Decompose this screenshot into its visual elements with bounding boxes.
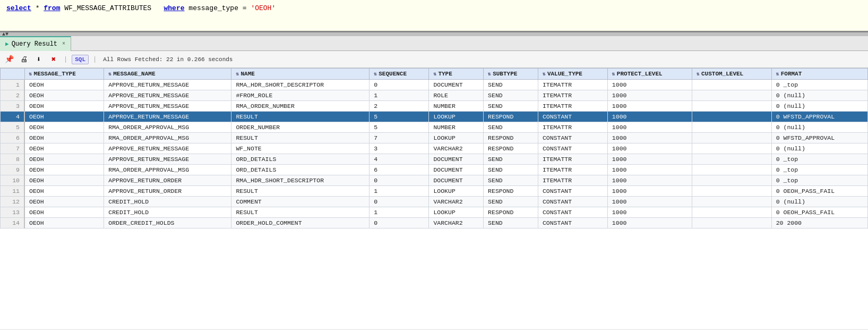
table-cell: SEND (484, 154, 538, 165)
print-icon: 🖨 (20, 55, 28, 64)
table-cell: APPROVE_RETURN_ORDER (104, 186, 231, 197)
table-cell: 1000 (607, 175, 692, 186)
table-cell: APPROVE_RETURN_MESSAGE (104, 90, 231, 101)
sql-label-badge[interactable]: SQL (72, 55, 89, 64)
sql-where-keyword: where (164, 4, 185, 12)
col-header-message-name[interactable]: ⇅MESSAGE_NAME (104, 69, 231, 80)
toolbar: 📌 🖨 ⬇ ✖ | SQL | All Rows Fetched: 22 in … (0, 51, 868, 68)
table-row[interactable]: 10OEOHAPPROVE_RETURN_ORDERRMA_HDR_SHORT_… (1, 175, 868, 186)
table-cell (692, 186, 771, 197)
table-cell: 1000 (607, 197, 692, 207)
table-cell: SEND (484, 218, 538, 229)
col-header-format[interactable]: ⇅FORMAT (771, 69, 867, 80)
table-row[interactable]: 14OEOHORDER_CREDIT_HOLDSORDER_HOLD_COMME… (1, 218, 868, 229)
table-cell: APPROVE_RETURN_MESSAGE (104, 112, 231, 122)
query-result-tab[interactable]: ▶ Query Result × (0, 36, 71, 51)
sql-editor[interactable]: select * from WF_MESSAGE_ATTRIBUTES wher… (0, 0, 868, 32)
table-cell: OEOH (24, 80, 104, 90)
table-cell: ORD_DETAILS (231, 165, 369, 175)
tab-bar: ▶ Query Result × (0, 36, 868, 51)
table-row[interactable]: 2OEOHAPPROVE_RETURN_MESSAGE#FROM_ROLE1RO… (1, 90, 868, 101)
table-row[interactable]: 3OEOHAPPROVE_RETURN_MESSAGERMA_ORDER_NUM… (1, 101, 868, 112)
table-row[interactable]: 4OEOHAPPROVE_RETURN_MESSAGERESULT5LOOKUP… (1, 112, 868, 122)
col-header-protect-level[interactable]: ⇅PROTECT_LEVEL (607, 69, 692, 80)
table-cell: CONSTANT (538, 143, 607, 154)
table-cell: OEOH (24, 112, 104, 122)
table-cell: VARCHAR2 (429, 218, 484, 229)
row-number: 8 (1, 154, 25, 165)
resize-handle[interactable]: ▲▼ (0, 32, 868, 36)
table-cell: RESULT (231, 133, 369, 143)
data-grid[interactable]: ⇅MESSAGE_TYPE ⇅MESSAGE_NAME ⇅NAME ⇅SEQUE… (0, 68, 868, 329)
table-row[interactable]: 11OEOHAPPROVE_RETURN_ORDERRESULT1LOOKUPR… (1, 186, 868, 197)
table-cell (692, 90, 771, 101)
row-number: 4 (1, 112, 25, 122)
table-header-row: ⇅MESSAGE_TYPE ⇅MESSAGE_NAME ⇅NAME ⇅SEQUE… (1, 69, 868, 80)
table-cell: RMA_ORDER_APPROVAL_MSG (104, 165, 231, 175)
table-cell: 0 _top (771, 165, 867, 175)
table-cell: 1000 (607, 90, 692, 101)
table-cell: APPROVE_RETURN_ORDER (104, 175, 231, 186)
table-cell: SEND (484, 165, 538, 175)
row-number: 14 (1, 218, 25, 229)
table-cell: 0 OEOH_PASS_FAIL (771, 207, 867, 218)
table-cell: OEOH (24, 186, 104, 197)
table-row[interactable]: 7OEOHAPPROVE_RETURN_MESSAGEWF_NOTE3VARCH… (1, 143, 868, 154)
col-header-name[interactable]: ⇅NAME (231, 69, 369, 80)
table-cell: CONSTANT (538, 207, 607, 218)
table-cell: 1000 (607, 122, 692, 133)
table-cell: RMA_ORDER_APPROVAL_MSG (104, 133, 231, 143)
table-row[interactable]: 9OEOHRMA_ORDER_APPROVAL_MSGORD_DETAILS6D… (1, 165, 868, 175)
table-cell: LOOKUP (429, 207, 484, 218)
col-header-value-type[interactable]: ⇅VALUE_TYPE (538, 69, 607, 80)
table-cell: CREDIT_HOLD (104, 207, 231, 218)
table-row[interactable]: 1OEOHAPPROVE_RETURN_MESSAGERMA_HDR_SHORT… (1, 80, 868, 90)
table-cell: 5 (369, 112, 429, 122)
table-cell: 0 (null) (771, 197, 867, 207)
row-number: 2 (1, 90, 25, 101)
table-cell: 0 (null) (771, 90, 867, 101)
table-cell: CONSTANT (538, 197, 607, 207)
print-button[interactable]: 🖨 (18, 54, 30, 65)
table-cell: OEOH (24, 197, 104, 207)
row-number: 3 (1, 101, 25, 112)
cancel-button[interactable]: ✖ (48, 54, 59, 65)
table-row[interactable]: 12OEOHCREDIT_HOLDCOMMENT0VARCHAR2SENDCON… (1, 197, 868, 207)
sql-condition-left: message_type = (188, 4, 251, 12)
table-cell: RESPOND (484, 112, 538, 122)
table-cell: 1000 (607, 207, 692, 218)
table-cell: 0 _top (771, 154, 867, 165)
table-cell: 0 (null) (771, 143, 867, 154)
table-cell: LOOKUP (429, 186, 484, 197)
table-cell: SEND (484, 197, 538, 207)
table-cell: CONSTANT (538, 133, 607, 143)
table-cell: DOCUMENT (429, 80, 484, 90)
tab-close-button[interactable]: × (62, 41, 65, 47)
table-cell: ORD_DETAILS (231, 154, 369, 165)
col-header-message-type[interactable]: ⇅MESSAGE_TYPE (24, 69, 104, 80)
pin-icon: 📌 (5, 55, 14, 64)
table-row[interactable]: 8OEOHAPPROVE_RETURN_MESSAGEORD_DETAILS4D… (1, 154, 868, 165)
table-cell: OEOH (24, 218, 104, 229)
table-cell: OEOH (24, 90, 104, 101)
sql-string-value: 'OEOH' (251, 4, 276, 12)
table-row[interactable]: 13OEOHCREDIT_HOLDRESULT1LOOKUPRESPONDCON… (1, 207, 868, 218)
download-button[interactable]: ⬇ (33, 54, 45, 65)
row-number: 5 (1, 122, 25, 133)
table-cell (692, 218, 771, 229)
table-cell: 1000 (607, 80, 692, 90)
table-cell: OEOH (24, 165, 104, 175)
table-cell: RMA_ORDER_NUMBER (231, 101, 369, 112)
col-header-custom-level[interactable]: ⇅CUSTOM_LEVEL (692, 69, 771, 80)
table-cell: 0 WFSTD_APPROVAL (771, 133, 867, 143)
table-cell: 1000 (607, 143, 692, 154)
col-header-type[interactable]: ⇅TYPE (429, 69, 484, 80)
separator: | (64, 56, 67, 63)
table-row[interactable]: 5OEOHRMA_ORDER_APPROVAL_MSGORDER_NUMBER5… (1, 122, 868, 133)
table-cell: RMA_HDR_SHORT_DESCRIPTOR (231, 80, 369, 90)
col-header-subtype[interactable]: ⇅SUBTYPE (484, 69, 538, 80)
col-header-sequence[interactable]: ⇅SEQUENCE (369, 69, 429, 80)
table-cell: 4 (369, 154, 429, 165)
pin-button[interactable]: 📌 (3, 54, 15, 65)
table-row[interactable]: 6OEOHRMA_ORDER_APPROVAL_MSGRESULT7LOOKUP… (1, 133, 868, 143)
